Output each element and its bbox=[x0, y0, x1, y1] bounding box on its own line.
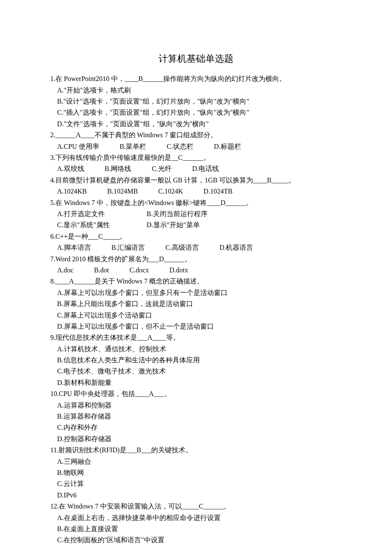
option: D.标题栏 bbox=[214, 141, 241, 152]
stem-post: ___。 bbox=[154, 390, 171, 397]
question-number: 3 bbox=[50, 154, 54, 161]
question-number: 7 bbox=[50, 255, 54, 263]
answer-blank: B bbox=[137, 446, 141, 454]
question-number: 10 bbox=[50, 390, 57, 397]
question-number: 9 bbox=[50, 334, 54, 341]
option: A.在桌面上右击，选择快捷菜单中的相应命令进行设置 bbox=[57, 512, 342, 523]
option: D.新材料和新能量 bbox=[57, 377, 342, 388]
option: C.docx bbox=[130, 265, 149, 276]
stem-post: ______。 bbox=[225, 199, 253, 206]
option: B.网络线 bbox=[105, 163, 132, 174]
stem-post: ______。 bbox=[183, 154, 210, 161]
answer-blank: A bbox=[69, 278, 74, 285]
answer-blank: C bbox=[178, 154, 183, 161]
question-number: 12 bbox=[50, 503, 57, 510]
option: A.屏幕上可以出现多个窗口，但至多只有一个是活动窗口 bbox=[57, 287, 342, 298]
stem-post: ______操作能将方向为纵向的幻灯片改为横向。 bbox=[143, 75, 286, 82]
page-title: 计算机基础单选题 bbox=[50, 51, 342, 66]
question-number: 6 bbox=[50, 233, 54, 240]
answer-blank: C bbox=[199, 503, 204, 510]
answer-blank: A bbox=[147, 334, 153, 341]
stem-post: _____。 bbox=[103, 233, 127, 240]
option: B.dot bbox=[94, 265, 109, 276]
stem-pre: 在 Windows 7 中，按键盘上的<Windows 徽标>键将____ bbox=[55, 199, 220, 206]
question-number: 8 bbox=[50, 278, 54, 285]
stem-pre: CPU 即中央处理器，包括____ bbox=[59, 390, 149, 397]
question-list: 1.在 PowerPoint2010 中，____B______操作能将方向为纵… bbox=[50, 73, 342, 546]
option: B.汇编语言 bbox=[112, 242, 145, 253]
question-stem: 10.CPU 即中央处理器，包括____A___。 bbox=[50, 388, 342, 399]
stem-post: ______是关于 Windows 7 概念的正确描述。 bbox=[74, 278, 204, 285]
option: C."插入"选项卡，"页面设置"组，幻灯片放向，"纵向"改为"横向" bbox=[57, 107, 342, 118]
options-row: A.双绞线B.网络线C.光纤D.电话线 bbox=[57, 163, 342, 174]
answer-blank: B bbox=[138, 75, 143, 82]
option: D.机器语言 bbox=[219, 242, 254, 253]
option: B.菜单栏 bbox=[120, 141, 147, 152]
stem-post: ______。 bbox=[203, 503, 231, 510]
answer-blank: C bbox=[98, 233, 103, 240]
options-row: A.docB.dotC.docxD.dotx bbox=[57, 265, 342, 276]
question-stem: 1.在 PowerPoint2010 中，____B______操作能将方向为纵… bbox=[50, 73, 342, 84]
question-number: 11 bbox=[50, 446, 57, 454]
question-number: 1 bbox=[50, 75, 54, 82]
option: A.双绞线 bbox=[57, 163, 84, 174]
stem-post: _____。 bbox=[271, 176, 295, 184]
question-stem: 3.下列有线传输介质中传输速度最快的是__C______。 bbox=[50, 152, 342, 163]
option: D."文件"选项卡，"页面设置"组，"纵向"改为"横向" bbox=[57, 119, 342, 130]
options-row: C.显示"系统"属性D.显示"开始"菜单 bbox=[57, 220, 342, 231]
option: C.屏幕上可以出现多个活动窗口 bbox=[57, 310, 342, 321]
option: A.1024KB bbox=[57, 186, 87, 197]
stem-pre: C++是一种___ bbox=[55, 233, 98, 240]
option: C.云计算 bbox=[57, 478, 342, 489]
stem-pre: 射频识别技术(RFID)是___ bbox=[58, 446, 136, 454]
question-number: 4 bbox=[50, 176, 54, 184]
stem-pre: 在 Windows 7 中安装和设置输入法，可以_____ bbox=[59, 503, 199, 510]
answer-blank: B bbox=[267, 176, 271, 184]
option: C.高级语言 bbox=[165, 242, 199, 253]
question-stem: 2.______A____不属于典型的 Windows 7 窗口组成部分。 bbox=[50, 130, 342, 141]
question-stem: 4.目前微型计算机硬盘的存储容量一般以 GB 计算，1GB 可以换算为____B… bbox=[50, 175, 342, 186]
option: A.打开选定文件 bbox=[57, 208, 147, 220]
option: B.屏幕上只能出现多个窗口，这就是活动窗口 bbox=[57, 298, 342, 309]
answer-blank: A bbox=[76, 131, 81, 139]
option: B.1024MB bbox=[107, 186, 138, 197]
options-row: A.打开选定文件B.关闭当前运行程序 bbox=[57, 208, 342, 220]
option: A.doc bbox=[57, 265, 74, 276]
options-row: A.1024KBB.1024MBC.1024KD.1024TB bbox=[57, 186, 342, 197]
question-stem: 8.____A______是关于 Windows 7 概念的正确描述。 bbox=[50, 276, 342, 287]
option: C.电子技术、微电子技术、激光技术 bbox=[57, 366, 342, 377]
option: D.显示"开始"菜单 bbox=[147, 220, 236, 231]
option: B.运算器和存储器 bbox=[57, 411, 342, 422]
question-stem: 11.射频识别技术(RFID)是___B___的关键技术。 bbox=[50, 445, 342, 456]
question-stem: 12.在 Windows 7 中安装和设置输入法，可以_____C______。 bbox=[50, 501, 342, 512]
stem-post: ______。 bbox=[164, 255, 191, 263]
question-stem: 5.在 Windows 7 中，按键盘上的<Windows 徽标>键将____D… bbox=[50, 197, 342, 208]
options-row: A.脚本语言B.汇编语言C.高级语言D.机器语言 bbox=[57, 242, 342, 253]
option: B.关闭当前运行程序 bbox=[147, 208, 236, 220]
stem-post: ___的关键技术。 bbox=[141, 446, 192, 454]
option: C.在控制面板的"区域和语言"中设置 bbox=[57, 535, 342, 546]
stem-pre: Word 2010 模板文件的扩展名为___ bbox=[55, 255, 159, 263]
stem-pre: ____ bbox=[55, 278, 69, 285]
answer-blank: D bbox=[159, 255, 164, 263]
option: A.CPU 使用率 bbox=[57, 141, 99, 152]
answer-blank: D bbox=[220, 199, 225, 206]
option: C.显示"系统"属性 bbox=[57, 220, 147, 231]
stem-post: ____不属于典型的 Windows 7 窗口组成部分。 bbox=[81, 131, 218, 139]
answer-blank: A bbox=[149, 390, 154, 397]
option: D.屏幕上可以出现多个窗口，但不止一个是活动窗口 bbox=[57, 321, 342, 332]
option: D.控制器和存储器 bbox=[57, 434, 342, 445]
option: C.1024K bbox=[158, 186, 183, 197]
option: B.物联网 bbox=[57, 467, 342, 478]
options-row: A.CPU 使用率B.菜单栏C.状态栏D.标题栏 bbox=[57, 141, 342, 152]
option: D.dotx bbox=[170, 265, 188, 276]
option: A.计算机技术、通信技术、控制技术 bbox=[57, 344, 342, 355]
stem-pre: 目前微型计算机硬盘的存储容量一般以 GB 计算，1GB 可以换算为____ bbox=[55, 176, 267, 184]
stem-pre: 在 PowerPoint2010 中，____ bbox=[55, 75, 138, 82]
option: D.电话线 bbox=[192, 163, 219, 174]
stem-pre: ______ bbox=[55, 131, 76, 139]
question-stem: 7.Word 2010 模板文件的扩展名为___D______。 bbox=[50, 254, 342, 265]
option: C.状态栏 bbox=[167, 141, 193, 152]
stem-pre: 现代信息技术的主体技术是___ bbox=[55, 334, 147, 341]
question-number: 5 bbox=[50, 199, 54, 206]
